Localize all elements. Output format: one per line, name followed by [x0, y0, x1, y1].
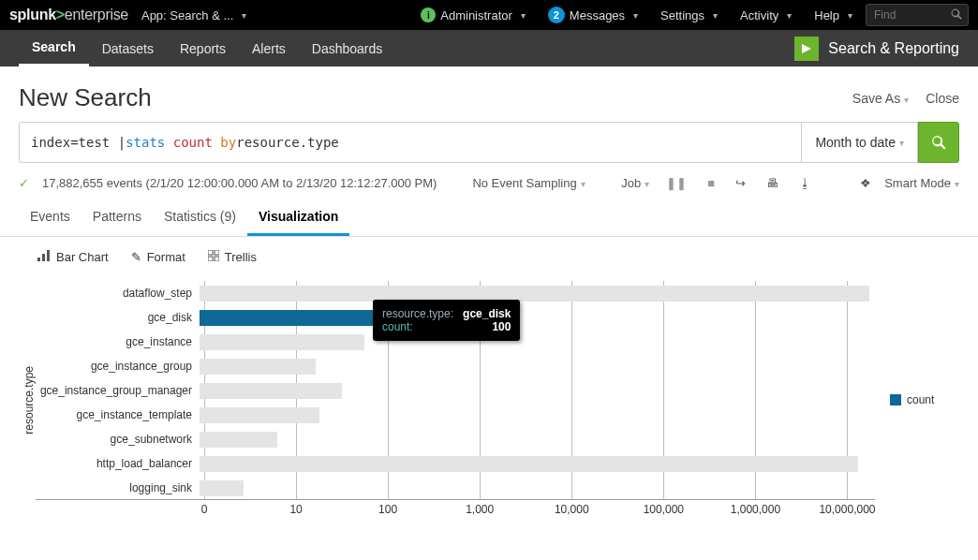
bar[interactable]	[200, 432, 277, 448]
user-menu[interactable]: i Administrator	[411, 0, 535, 30]
bar[interactable]	[200, 407, 319, 423]
nav-datasets[interactable]: Datasets	[89, 30, 167, 66]
info-icon: i	[421, 7, 436, 22]
app-brand: Search & Reporting	[794, 37, 959, 61]
x-tick: 1,000,000	[731, 503, 780, 516]
bar-label: gce_disk	[36, 311, 200, 324]
app-logo-icon	[794, 37, 819, 61]
svg-rect-1	[42, 254, 45, 261]
x-tick: 1,000	[466, 503, 494, 516]
bar[interactable]	[200, 334, 364, 350]
bar[interactable]	[200, 480, 244, 496]
nav-reports[interactable]: Reports	[167, 30, 239, 66]
splunk-logo: splunk>enterprise	[9, 7, 128, 23]
x-tick: 0	[201, 503, 208, 516]
svg-rect-3	[208, 250, 213, 255]
messages-badge: 2	[548, 7, 565, 23]
activity-menu[interactable]: Activity	[731, 0, 801, 30]
bar-label: dataflow_step	[36, 287, 200, 300]
x-tick: 10,000,000	[819, 503, 875, 516]
pencil-icon: ✎	[131, 250, 141, 264]
svg-rect-2	[47, 250, 50, 261]
svg-rect-4	[215, 250, 219, 255]
close-button[interactable]: Close	[926, 91, 959, 106]
run-search-button[interactable]	[918, 122, 959, 163]
help-menu[interactable]: Help	[805, 0, 862, 30]
legend-swatch	[890, 394, 901, 405]
tab-events[interactable]: Events	[19, 199, 82, 236]
grid-icon	[208, 250, 219, 264]
search-mode-icon: ❖	[860, 176, 871, 190]
messages-menu[interactable]: 2 Messages	[539, 0, 647, 30]
global-topbar: splunk>enterprise App: Search & ... i Ad…	[0, 0, 978, 30]
svg-rect-5	[208, 257, 213, 261]
bar-label: gce_instance_template	[36, 408, 200, 421]
search-mode-dropdown[interactable]: Smart Mode	[884, 176, 959, 190]
x-tick: 10	[289, 503, 302, 516]
bar[interactable]	[200, 310, 385, 326]
bar[interactable]	[200, 286, 869, 302]
print-icon[interactable]: 🖶	[763, 176, 782, 190]
stop-icon[interactable]: ■	[704, 176, 719, 190]
svg-rect-0	[37, 258, 40, 261]
nav-dashboards[interactable]: Dashboards	[299, 30, 396, 66]
events-count-text: 17,882,655 events (2/1/20 12:00:00.000 A…	[42, 176, 437, 190]
nav-search[interactable]: Search	[19, 30, 89, 66]
share-icon[interactable]: ↪	[732, 176, 749, 190]
svg-rect-6	[215, 257, 219, 261]
settings-menu[interactable]: Settings	[651, 0, 727, 30]
nav-alerts[interactable]: Alerts	[239, 30, 299, 66]
chart-container: resource.type dataflow_stepgce_diskgce_i…	[0, 277, 978, 538]
sampling-dropdown[interactable]: No Event Sampling	[472, 176, 585, 190]
chart-type-button[interactable]: Bar Chart	[37, 250, 109, 264]
bar[interactable]	[200, 383, 342, 399]
format-button[interactable]: ✎ Format	[131, 250, 185, 264]
time-range-picker[interactable]: Month to date	[802, 122, 918, 163]
save-as-button[interactable]: Save As	[852, 91, 909, 106]
x-tick: 10,000	[555, 503, 589, 516]
page-title: New Search	[19, 83, 152, 112]
check-icon: ✓	[19, 176, 29, 190]
job-status-bar: ✓ 17,882,655 events (2/1/20 12:00:00.000…	[0, 163, 978, 199]
bar-label: gce_instance	[36, 335, 200, 348]
page-header: New Search Save As Close	[0, 66, 978, 122]
app-switcher[interactable]: App: Search & ...	[132, 0, 256, 30]
x-tick: 100,000	[644, 503, 684, 516]
trellis-button[interactable]: Trellis	[208, 250, 257, 264]
bar-label: gce_subnetwork	[36, 433, 200, 446]
chart-tooltip: resource.type:gce_disk count:100	[373, 300, 520, 341]
bar-chart[interactable]: dataflow_stepgce_diskgce_instancegce_ins…	[36, 281, 875, 519]
pause-icon[interactable]: ❚❚	[662, 176, 690, 190]
bar[interactable]	[200, 359, 316, 375]
bar-label: http_load_balancer	[36, 457, 200, 470]
viz-toolbar: Bar Chart ✎ Format Trellis	[0, 237, 978, 277]
result-tabs: Events Patterns Statistics (9) Visualiza…	[0, 199, 978, 237]
global-find[interactable]	[866, 4, 969, 26]
bar-label: gce_instance_group_manager	[36, 384, 200, 397]
spl-search-input[interactable]: index=test | stats count by resource.typ…	[19, 122, 802, 163]
job-menu[interactable]: Job	[621, 176, 649, 190]
x-tick: 100	[378, 503, 397, 516]
export-icon[interactable]: ⭳	[795, 176, 815, 190]
tab-patterns[interactable]: Patterns	[82, 199, 153, 236]
bar[interactable]	[200, 456, 858, 472]
search-icon	[950, 7, 963, 23]
search-bar-row: index=test | stats count by resource.typ…	[0, 122, 978, 163]
bar-chart-icon	[37, 250, 51, 264]
app-navbar: Search Datasets Reports Alerts Dashboard…	[0, 30, 978, 66]
tab-statistics[interactable]: Statistics (9)	[153, 199, 247, 236]
tab-visualization[interactable]: Visualization	[247, 199, 349, 236]
bar-label: logging_sink	[36, 481, 200, 494]
chart-legend: count	[875, 393, 941, 406]
y-axis-label: resource.type	[19, 366, 36, 435]
bar-label: gce_instance_group	[36, 360, 200, 373]
